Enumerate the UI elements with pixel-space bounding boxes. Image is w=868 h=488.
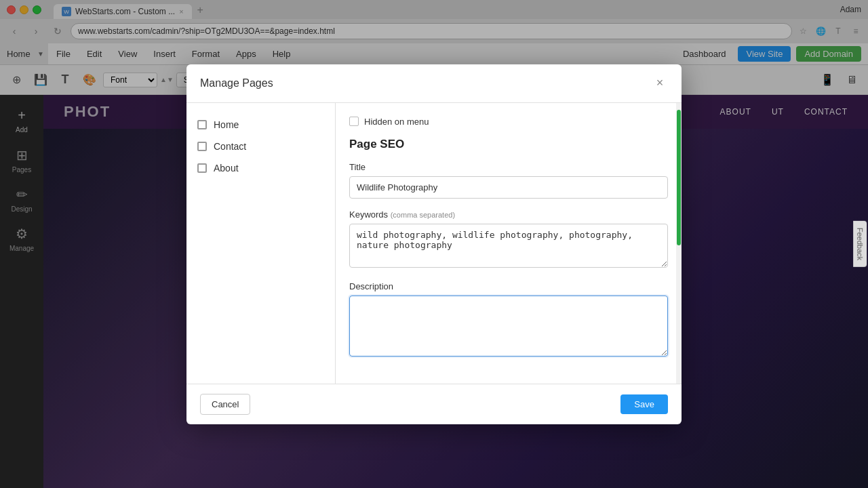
save-button[interactable]: Save (620, 394, 668, 414)
dialog-body: Home Contact About Hidden on menu Page S… (186, 103, 682, 384)
description-field-group: Description (349, 281, 668, 359)
dialog-overlay: Manage Pages × Home Contact About (0, 0, 868, 488)
manage-pages-dialog: Manage Pages × Home Contact About (186, 64, 682, 424)
page-icon-home (197, 120, 207, 129)
seo-section-title: Page SEO (349, 138, 668, 151)
dialog-page-list: Home Contact About (186, 103, 336, 384)
dialog-title: Manage Pages (200, 77, 273, 89)
keywords-field-group: Keywords (comma separated) (349, 209, 668, 270)
hidden-on-menu-row: Hidden on menu (349, 117, 668, 127)
hidden-on-menu-label: Hidden on menu (364, 117, 429, 127)
page-label-home: Home (214, 119, 239, 130)
feedback-tab[interactable]: Feedback (853, 221, 867, 267)
page-label-about: About (214, 163, 239, 174)
description-label: Description (349, 281, 668, 291)
keywords-input[interactable] (349, 224, 668, 268)
page-icon-about (197, 163, 207, 173)
title-label: Title (349, 162, 668, 172)
page-icon-contact (197, 142, 207, 151)
title-field-group: Title (349, 162, 668, 199)
page-label-contact: Contact (214, 141, 246, 152)
keywords-label: Keywords (comma separated) (349, 209, 668, 220)
dialog-footer: Cancel Save (186, 384, 682, 424)
dialog-header: Manage Pages × (186, 64, 682, 103)
scrollbar-track[interactable] (676, 103, 682, 384)
page-item-about[interactable]: About (186, 157, 335, 179)
scrollbar-thumb[interactable] (677, 110, 681, 245)
page-item-contact[interactable]: Contact (186, 136, 335, 157)
description-input[interactable] (349, 296, 668, 357)
title-input[interactable] (349, 176, 668, 199)
dialog-close-button[interactable]: × (652, 75, 668, 92)
keywords-note: (comma separated) (391, 211, 455, 219)
cancel-button[interactable]: Cancel (200, 394, 250, 415)
dialog-content: Hidden on menu Page SEO Title Keywords (… (336, 103, 682, 384)
page-item-home[interactable]: Home (186, 114, 335, 136)
hidden-on-menu-checkbox[interactable] (349, 117, 359, 126)
